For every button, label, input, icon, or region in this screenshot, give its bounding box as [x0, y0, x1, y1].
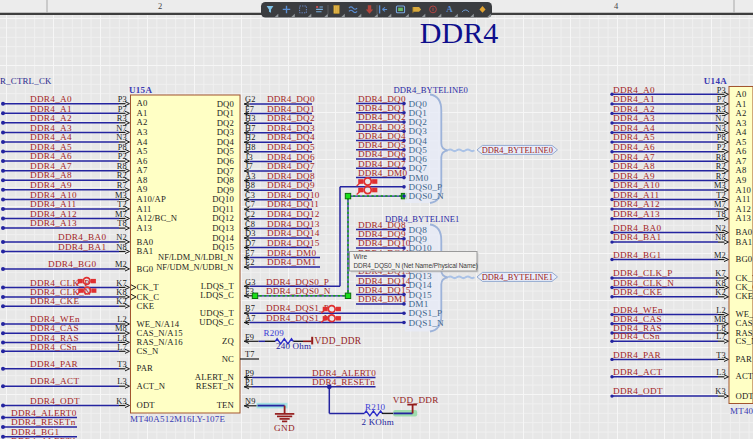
svg-text:DDR4_A8: DDR4_A8 — [613, 161, 655, 171]
svg-text:K3: K3 — [715, 387, 726, 396]
svg-text:M3: M3 — [714, 181, 726, 190]
svg-text:PAR: PAR — [736, 354, 753, 364]
svg-text:R8: R8 — [716, 153, 726, 162]
svg-text:U15A: U15A — [129, 85, 152, 95]
svg-text:E2: E2 — [245, 258, 255, 267]
svg-text:DDR4_A1: DDR4_A1 — [613, 94, 655, 104]
svg-text:DDR4_DM1: DDR4_DM1 — [267, 257, 316, 267]
svg-text:DDR4_DQ8: DDR4_DQ8 — [267, 171, 315, 181]
svg-text:A1: A1 — [137, 108, 148, 118]
svg-text:DDR4_DM1: DDR4_DM1 — [358, 294, 407, 304]
svg-text:DDR4_A7: DDR4_A7 — [30, 161, 72, 171]
svg-text:DDR4_DQ11: DDR4_DQ11 — [267, 199, 319, 209]
svg-text:DDR4_DQ5: DDR4_DQ5 — [267, 142, 315, 152]
svg-text:K7: K7 — [715, 269, 726, 278]
svg-text:DDR4_A10: DDR4_A10 — [30, 190, 77, 200]
svg-text:K8: K8 — [715, 279, 726, 288]
svg-text:DDR4_DM0: DDR4_DM0 — [358, 168, 407, 178]
svg-text:ACT_N: ACT_N — [736, 371, 753, 381]
svg-text:BA0: BA0 — [736, 227, 753, 237]
svg-text:DQ5: DQ5 — [217, 146, 234, 156]
svg-text:DDR4_RESETn: DDR4_RESETn — [11, 417, 76, 427]
svg-text:DDR4_BA0: DDR4_BA0 — [58, 232, 106, 242]
svg-text:M8: M8 — [714, 315, 726, 324]
svg-text:D7: D7 — [245, 239, 256, 248]
svg-text:R2: R2 — [117, 171, 127, 180]
svg-text:DDR4_DQ0: DDR4_DQ0 — [267, 94, 315, 104]
svg-text:CKE: CKE — [736, 291, 753, 301]
svg-text:T3: T3 — [117, 360, 127, 369]
svg-text:L2: L2 — [117, 315, 127, 324]
svg-text:R_CTRL_CK: R_CTRL_CK — [0, 76, 52, 86]
svg-text:DDR4_A8: DDR4_A8 — [30, 170, 72, 180]
svg-text:L7: L7 — [117, 343, 127, 352]
svg-text:Wire: Wire — [354, 253, 368, 260]
svg-text:CS_N: CS_N — [137, 346, 159, 356]
svg-text:A5: A5 — [137, 146, 148, 156]
svg-text:DQ11: DQ11 — [212, 204, 234, 214]
svg-text:P7: P7 — [717, 95, 726, 104]
svg-text:CS_N: CS_N — [736, 336, 753, 346]
svg-text:N7: N7 — [715, 114, 726, 123]
svg-text:DDR4_BG0: DDR4_BG0 — [48, 259, 96, 269]
svg-text:DDR4_CSn: DDR4_CSn — [30, 342, 77, 352]
svg-text:N2: N2 — [116, 233, 127, 242]
svg-text:DDR4_DQS0_P: DDR4_DQS0_P — [266, 277, 329, 287]
svg-text:N7: N7 — [116, 124, 127, 133]
svg-text:DDR4_DQ6: DDR4_DQ6 — [267, 152, 315, 162]
svg-text:DDR4_RESETn: DDR4_RESETn — [312, 377, 375, 387]
svg-text:DQ12: DQ12 — [212, 213, 234, 223]
svg-text:H2: H2 — [245, 133, 256, 142]
svg-text:DDR4_A0: DDR4_A0 — [30, 94, 72, 104]
svg-text:GND: GND — [274, 423, 295, 433]
svg-text:DDR4_DQ2: DDR4_DQ2 — [267, 113, 315, 123]
svg-text:CK_T: CK_T — [736, 273, 753, 283]
svg-text:DDR4_A6: DDR4_A6 — [613, 142, 655, 152]
svg-text:DQ2: DQ2 — [217, 118, 234, 128]
svg-text:L3: L3 — [117, 377, 127, 386]
svg-text:DDR4_PAR: DDR4_PAR — [613, 350, 662, 360]
svg-text:L7: L7 — [716, 332, 726, 341]
svg-text:R2: R2 — [716, 162, 726, 171]
svg-text:DDR4_A4: DDR4_A4 — [30, 132, 72, 142]
svg-text:DQ13: DQ13 — [212, 223, 234, 233]
svg-text:CKE: CKE — [137, 301, 155, 311]
svg-text:DDR4_BG1: DDR4_BG1 — [613, 250, 661, 260]
svg-text:L3: L3 — [716, 368, 726, 377]
svg-text:H7: H7 — [245, 124, 256, 133]
svg-text:DDR4_A11: DDR4_A11 — [30, 199, 77, 209]
svg-text:N2: N2 — [715, 224, 726, 233]
svg-text:LDQS_C: LDQS_C — [200, 290, 234, 300]
svg-text:A2: A2 — [736, 108, 747, 118]
svg-text:DQ6: DQ6 — [217, 156, 235, 166]
svg-text:M7: M7 — [714, 200, 726, 209]
svg-text:M2: M2 — [115, 260, 127, 269]
svg-text:MT40A512M16LY-107E: MT40A512M16LY-107E — [130, 414, 225, 424]
svg-text:P8: P8 — [118, 143, 127, 152]
svg-text:P3: P3 — [118, 95, 127, 104]
svg-text:K8: K8 — [116, 288, 127, 297]
svg-text:LDQS_T: LDQS_T — [201, 281, 235, 291]
svg-text:A7: A7 — [736, 156, 747, 166]
svg-text:DDR4_A12: DDR4_A12 — [613, 199, 660, 209]
svg-text:BG0: BG0 — [137, 264, 154, 274]
svg-text:K7: K7 — [116, 279, 127, 288]
svg-text:DDR4_A13: DDR4_A13 — [30, 218, 77, 228]
svg-text:DDR4_ODT: DDR4_ODT — [30, 396, 80, 406]
svg-text:A3: A3 — [736, 118, 747, 128]
svg-text:DDR4_A3: DDR4_A3 — [613, 113, 655, 123]
svg-text:A6: A6 — [137, 156, 148, 166]
svg-text:NF/UDM_N/UDBI_N: NF/UDM_N/UDBI_N — [156, 263, 233, 272]
svg-text:NC: NC — [222, 354, 234, 364]
svg-text:P3: P3 — [717, 86, 726, 95]
svg-text:DDR4_BYTELINE0: DDR4_BYTELINE0 — [482, 146, 553, 155]
svg-text:DQ15: DQ15 — [212, 242, 234, 252]
svg-text:M3: M3 — [115, 191, 127, 200]
svg-text:N8: N8 — [116, 243, 127, 252]
svg-text:M8: M8 — [115, 324, 127, 333]
svg-text:DDR4_DQ15: DDR4_DQ15 — [267, 238, 320, 248]
svg-text:A10: A10 — [736, 185, 752, 195]
svg-text:H3: H3 — [245, 114, 256, 123]
svg-text:BA0: BA0 — [137, 237, 154, 247]
svg-text:DDR4_A10: DDR4_A10 — [613, 180, 660, 190]
